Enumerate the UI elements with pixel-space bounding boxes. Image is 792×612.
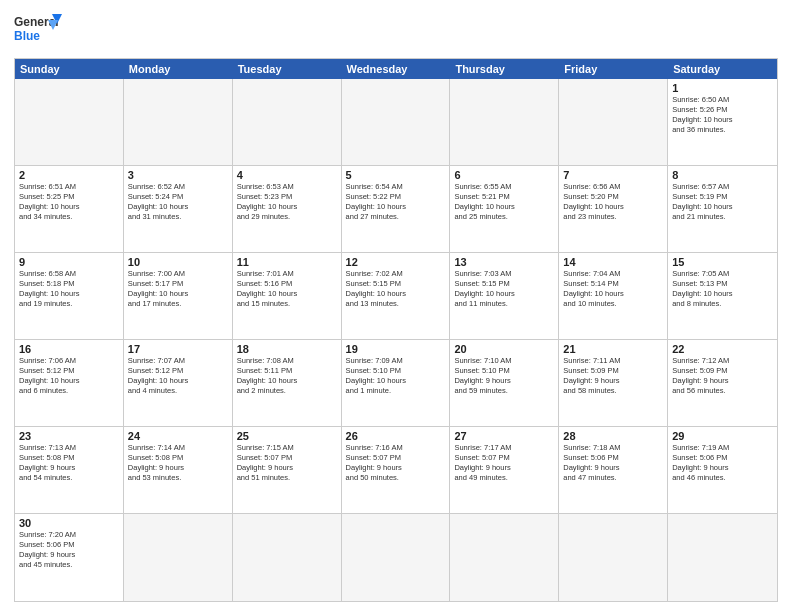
day-header-wednesday: Wednesday (342, 59, 451, 79)
day-number: 20 (454, 343, 554, 355)
calendar-cell: 9Sunrise: 6:58 AM Sunset: 5:18 PM Daylig… (15, 253, 124, 340)
day-number: 1 (672, 82, 773, 94)
svg-text:Blue: Blue (14, 29, 40, 43)
calendar-cell: 1Sunrise: 6:50 AM Sunset: 5:26 PM Daylig… (668, 79, 777, 166)
day-number: 29 (672, 430, 773, 442)
calendar-cell: 28Sunrise: 7:18 AM Sunset: 5:06 PM Dayli… (559, 427, 668, 514)
calendar-cell: 30Sunrise: 7:20 AM Sunset: 5:06 PM Dayli… (15, 514, 124, 601)
cell-sun-info: Sunrise: 7:13 AM Sunset: 5:08 PM Dayligh… (19, 443, 119, 484)
calendar-cell: 11Sunrise: 7:01 AM Sunset: 5:16 PM Dayli… (233, 253, 342, 340)
cell-sun-info: Sunrise: 7:14 AM Sunset: 5:08 PM Dayligh… (128, 443, 228, 484)
cell-sun-info: Sunrise: 7:04 AM Sunset: 5:14 PM Dayligh… (563, 269, 663, 310)
day-number: 21 (563, 343, 663, 355)
day-number: 5 (346, 169, 446, 181)
cell-sun-info: Sunrise: 7:12 AM Sunset: 5:09 PM Dayligh… (672, 356, 773, 397)
calendar-cell (559, 514, 668, 601)
cell-sun-info: Sunrise: 7:05 AM Sunset: 5:13 PM Dayligh… (672, 269, 773, 310)
cell-sun-info: Sunrise: 7:10 AM Sunset: 5:10 PM Dayligh… (454, 356, 554, 397)
day-number: 2 (19, 169, 119, 181)
cell-sun-info: Sunrise: 7:15 AM Sunset: 5:07 PM Dayligh… (237, 443, 337, 484)
cell-sun-info: Sunrise: 6:52 AM Sunset: 5:24 PM Dayligh… (128, 182, 228, 223)
calendar-cell: 23Sunrise: 7:13 AM Sunset: 5:08 PM Dayli… (15, 427, 124, 514)
calendar-cell: 27Sunrise: 7:17 AM Sunset: 5:07 PM Dayli… (450, 427, 559, 514)
calendar-cell: 25Sunrise: 7:15 AM Sunset: 5:07 PM Dayli… (233, 427, 342, 514)
day-header-tuesday: Tuesday (233, 59, 342, 79)
calendar-cell (342, 79, 451, 166)
day-header-saturday: Saturday (668, 59, 777, 79)
cell-sun-info: Sunrise: 7:01 AM Sunset: 5:16 PM Dayligh… (237, 269, 337, 310)
day-header-thursday: Thursday (450, 59, 559, 79)
day-number: 15 (672, 256, 773, 268)
calendar-cell (124, 79, 233, 166)
day-header-sunday: Sunday (15, 59, 124, 79)
cell-sun-info: Sunrise: 7:16 AM Sunset: 5:07 PM Dayligh… (346, 443, 446, 484)
day-number: 4 (237, 169, 337, 181)
day-number: 23 (19, 430, 119, 442)
page: GeneralBlue SundayMondayTuesdayWednesday… (0, 0, 792, 612)
calendar-grid: 1Sunrise: 6:50 AM Sunset: 5:26 PM Daylig… (15, 79, 777, 601)
calendar-cell: 14Sunrise: 7:04 AM Sunset: 5:14 PM Dayli… (559, 253, 668, 340)
cell-sun-info: Sunrise: 6:56 AM Sunset: 5:20 PM Dayligh… (563, 182, 663, 223)
day-number: 16 (19, 343, 119, 355)
cell-sun-info: Sunrise: 6:54 AM Sunset: 5:22 PM Dayligh… (346, 182, 446, 223)
day-number: 13 (454, 256, 554, 268)
day-number: 10 (128, 256, 228, 268)
day-number: 19 (346, 343, 446, 355)
day-number: 8 (672, 169, 773, 181)
day-number: 14 (563, 256, 663, 268)
cell-sun-info: Sunrise: 6:57 AM Sunset: 5:19 PM Dayligh… (672, 182, 773, 223)
calendar-cell (342, 514, 451, 601)
calendar-cell (124, 514, 233, 601)
calendar-cell: 17Sunrise: 7:07 AM Sunset: 5:12 PM Dayli… (124, 340, 233, 427)
cell-sun-info: Sunrise: 7:11 AM Sunset: 5:09 PM Dayligh… (563, 356, 663, 397)
day-number: 30 (19, 517, 119, 529)
day-number: 28 (563, 430, 663, 442)
cell-sun-info: Sunrise: 7:19 AM Sunset: 5:06 PM Dayligh… (672, 443, 773, 484)
day-number: 9 (19, 256, 119, 268)
header: GeneralBlue (14, 12, 778, 50)
day-header-friday: Friday (559, 59, 668, 79)
day-number: 24 (128, 430, 228, 442)
cell-sun-info: Sunrise: 7:02 AM Sunset: 5:15 PM Dayligh… (346, 269, 446, 310)
day-number: 26 (346, 430, 446, 442)
cell-sun-info: Sunrise: 7:08 AM Sunset: 5:11 PM Dayligh… (237, 356, 337, 397)
day-number: 25 (237, 430, 337, 442)
day-number: 6 (454, 169, 554, 181)
cell-sun-info: Sunrise: 7:00 AM Sunset: 5:17 PM Dayligh… (128, 269, 228, 310)
calendar-cell: 6Sunrise: 6:55 AM Sunset: 5:21 PM Daylig… (450, 166, 559, 253)
day-header-monday: Monday (124, 59, 233, 79)
general-blue-logo: GeneralBlue (14, 12, 66, 50)
day-number: 7 (563, 169, 663, 181)
calendar-cell: 19Sunrise: 7:09 AM Sunset: 5:10 PM Dayli… (342, 340, 451, 427)
calendar-cell (668, 514, 777, 601)
calendar-cell: 10Sunrise: 7:00 AM Sunset: 5:17 PM Dayli… (124, 253, 233, 340)
calendar-cell (559, 79, 668, 166)
calendar-cell: 18Sunrise: 7:08 AM Sunset: 5:11 PM Dayli… (233, 340, 342, 427)
cell-sun-info: Sunrise: 6:51 AM Sunset: 5:25 PM Dayligh… (19, 182, 119, 223)
calendar-cell (15, 79, 124, 166)
day-number: 27 (454, 430, 554, 442)
day-number: 18 (237, 343, 337, 355)
cell-sun-info: Sunrise: 7:20 AM Sunset: 5:06 PM Dayligh… (19, 530, 119, 571)
calendar-cell (450, 514, 559, 601)
calendar-cell: 7Sunrise: 6:56 AM Sunset: 5:20 PM Daylig… (559, 166, 668, 253)
calendar-cell: 5Sunrise: 6:54 AM Sunset: 5:22 PM Daylig… (342, 166, 451, 253)
cell-sun-info: Sunrise: 6:53 AM Sunset: 5:23 PM Dayligh… (237, 182, 337, 223)
cell-sun-info: Sunrise: 6:50 AM Sunset: 5:26 PM Dayligh… (672, 95, 773, 136)
calendar-cell: 15Sunrise: 7:05 AM Sunset: 5:13 PM Dayli… (668, 253, 777, 340)
calendar-cell: 13Sunrise: 7:03 AM Sunset: 5:15 PM Dayli… (450, 253, 559, 340)
calendar-cell: 2Sunrise: 6:51 AM Sunset: 5:25 PM Daylig… (15, 166, 124, 253)
calendar-cell: 16Sunrise: 7:06 AM Sunset: 5:12 PM Dayli… (15, 340, 124, 427)
calendar-cell: 3Sunrise: 6:52 AM Sunset: 5:24 PM Daylig… (124, 166, 233, 253)
cell-sun-info: Sunrise: 7:07 AM Sunset: 5:12 PM Dayligh… (128, 356, 228, 397)
calendar: SundayMondayTuesdayWednesdayThursdayFrid… (14, 58, 778, 602)
calendar-cell (233, 514, 342, 601)
calendar-cell: 26Sunrise: 7:16 AM Sunset: 5:07 PM Dayli… (342, 427, 451, 514)
cell-sun-info: Sunrise: 7:03 AM Sunset: 5:15 PM Dayligh… (454, 269, 554, 310)
day-number: 3 (128, 169, 228, 181)
calendar-cell (233, 79, 342, 166)
day-headers: SundayMondayTuesdayWednesdayThursdayFrid… (15, 59, 777, 79)
calendar-cell (450, 79, 559, 166)
day-number: 17 (128, 343, 228, 355)
calendar-cell: 12Sunrise: 7:02 AM Sunset: 5:15 PM Dayli… (342, 253, 451, 340)
